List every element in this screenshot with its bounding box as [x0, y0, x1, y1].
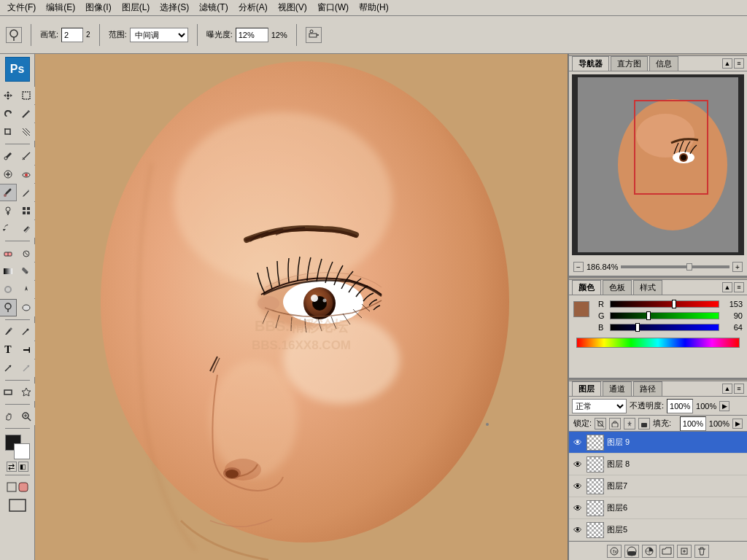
crop-tool[interactable] [0, 123, 17, 141]
screen-mode-btn[interactable] [5, 497, 30, 514]
eyedropper-tool[interactable] [0, 147, 17, 165]
layer-9-visibility[interactable]: 👁 [572, 437, 584, 448]
g-slider[interactable] [610, 312, 719, 319]
pencil-tool[interactable] [18, 184, 35, 201]
zoom-slider[interactable] [621, 265, 729, 268]
slice-tool[interactable] [18, 123, 35, 141]
layer-mask-btn[interactable] [624, 545, 639, 558]
freeform-pen-tool[interactable] [18, 323, 35, 341]
pen-tool[interactable] [0, 323, 17, 341]
sponge-tool[interactable] [18, 299, 35, 316]
layer-item-7[interactable]: 👁 图层7 [569, 475, 747, 497]
background-eraser-tool[interactable] [18, 244, 35, 262]
canvas-area[interactable]: BBS.精彩论坛 BBS.16XX8.COM [35, 54, 568, 560]
opacity-input[interactable] [667, 399, 693, 413]
menu-edit[interactable]: 编辑(E) [42, 0, 80, 15]
tab-layers[interactable]: 图层 [572, 381, 601, 396]
layer-5-visibility[interactable]: 👁 [572, 524, 584, 536]
color-panel-menu-btn[interactable]: ≡ [734, 282, 744, 292]
r-slider[interactable] [610, 300, 719, 308]
layer-item-8[interactable]: 👁 图层 8 [569, 454, 747, 475]
lock-position-btn[interactable] [624, 418, 635, 429]
dodge-tool-icon[interactable] [6, 27, 22, 43]
default-colors-icon[interactable]: ◧ [18, 462, 28, 472]
sharpen-tool[interactable] [18, 281, 35, 298]
rectangle-tool[interactable] [0, 384, 17, 401]
menu-file[interactable]: 文件(F) [3, 0, 40, 15]
new-group-btn[interactable] [659, 545, 674, 558]
eraser-tool[interactable] [0, 244, 17, 262]
fill-arrow[interactable]: ▶ [732, 419, 743, 429]
delete-layer-btn[interactable] [694, 545, 709, 558]
tab-paths[interactable]: 路径 [633, 381, 662, 396]
menu-select[interactable]: 选择(S) [155, 0, 193, 15]
menu-layer[interactable]: 图层(L) [117, 0, 155, 15]
layer-item-9[interactable]: 👁 图层 9 [569, 432, 747, 454]
brush-tool[interactable] [0, 184, 17, 201]
vertical-type-tool[interactable]: T [18, 341, 35, 359]
lock-transparent-btn[interactable] [595, 418, 606, 429]
lock-image-btn[interactable] [609, 418, 621, 429]
menu-analysis[interactable]: 分析(A) [234, 0, 272, 15]
red-eye-tool[interactable] [18, 166, 35, 183]
new-layer-btn[interactable] [677, 545, 692, 558]
color-panel-collapse-btn[interactable]: ▲ [722, 282, 732, 292]
range-select[interactable]: 中间调 [130, 28, 188, 42]
panel-menu-btn[interactable]: ≡ [734, 58, 744, 69]
brush-size-input[interactable] [61, 28, 83, 42]
blend-mode-select[interactable]: 正常 [572, 399, 627, 413]
pattern-stamp-tool[interactable] [18, 202, 35, 219]
history-brush-tool[interactable] [0, 220, 17, 238]
layer-style-btn[interactable]: fx [607, 545, 622, 558]
tab-styles[interactable]: 样式 [633, 280, 662, 295]
layer-6-visibility[interactable]: 👁 [572, 502, 584, 514]
move-tool[interactable] [0, 87, 17, 104]
menu-help[interactable]: 帮助(H) [355, 0, 393, 15]
dodge-tool[interactable] [0, 299, 17, 316]
lock-all-btn[interactable] [638, 418, 650, 429]
tab-color[interactable]: 颜色 [572, 280, 601, 295]
layer-7-visibility[interactable]: 👁 [572, 481, 584, 492]
opacity-arrow[interactable]: ▶ [719, 401, 729, 411]
zoom-tool[interactable] [18, 408, 35, 425]
layers-panel-collapse-btn[interactable]: ▲ [722, 384, 732, 394]
swap-colors-icon[interactable]: ⇄ [7, 462, 17, 472]
layers-panel-menu-btn[interactable]: ≡ [734, 384, 744, 394]
menu-filter[interactable]: 滤镜(T) [195, 0, 232, 15]
layer-item-6[interactable]: 👁 图层6 [569, 497, 747, 519]
gradient-tool[interactable] [0, 262, 17, 280]
magic-wand-tool[interactable] [18, 105, 35, 122]
tab-info[interactable]: 信息 [649, 56, 678, 71]
menu-view[interactable]: 视图(V) [274, 0, 311, 15]
fill-input[interactable] [680, 416, 706, 431]
tab-navigator[interactable]: 导航器 [572, 56, 609, 71]
background-color[interactable] [14, 443, 30, 459]
custom-shape-tool[interactable] [18, 384, 35, 401]
measure-tool[interactable] [18, 147, 35, 165]
selection-tool[interactable] [18, 87, 35, 104]
type-tool[interactable]: T [0, 341, 17, 359]
direct-select-tool[interactable] [18, 359, 35, 377]
zoom-in-btn[interactable]: + [732, 262, 743, 272]
menu-window[interactable]: 窗口(W) [313, 0, 353, 15]
menu-image[interactable]: 图像(I) [81, 0, 115, 15]
layer-8-visibility[interactable]: 👁 [572, 459, 584, 470]
adjustment-layer-btn[interactable] [642, 545, 657, 558]
layer-item-5[interactable]: 👁 图层5 [569, 519, 747, 541]
paint-bucket-tool[interactable] [18, 262, 35, 280]
color-foreground-swatch[interactable] [573, 301, 589, 317]
clone-stamp-tool[interactable] [0, 202, 17, 219]
lasso-tool[interactable] [0, 105, 17, 122]
hand-tool[interactable] [0, 408, 17, 425]
tab-swatches[interactable]: 色板 [603, 280, 632, 295]
tab-channels[interactable]: 通道 [603, 381, 632, 396]
blur-tool[interactable] [0, 281, 17, 298]
b-slider[interactable] [610, 324, 719, 331]
exposure-input[interactable] [236, 28, 268, 42]
art-history-tool[interactable] [18, 220, 35, 238]
tab-histogram[interactable]: 直方图 [611, 56, 648, 71]
zoom-out-btn[interactable]: − [573, 262, 584, 272]
panel-collapse-btn[interactable]: ▲ [722, 58, 732, 69]
quick-mask-btn[interactable] [5, 478, 30, 496]
color-spectrum-bar[interactable] [576, 338, 740, 348]
